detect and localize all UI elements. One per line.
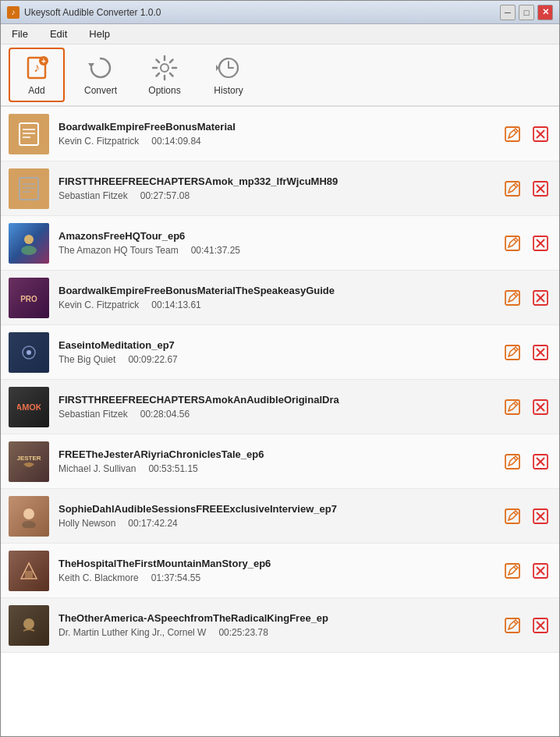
history-label: History xyxy=(214,85,243,96)
history-icon xyxy=(214,54,243,82)
edit-button[interactable] xyxy=(502,178,523,200)
edit-button[interactable] xyxy=(502,287,523,309)
svg-rect-22 xyxy=(505,127,519,141)
delete-button[interactable] xyxy=(530,396,551,418)
book-meta: Sebastian Fitzek 00:28:04.56 xyxy=(58,409,494,420)
edit-button[interactable] xyxy=(502,232,523,254)
svg-rect-82 xyxy=(505,618,519,632)
svg-rect-75 xyxy=(25,571,33,579)
list-item: TheOtherAmerica-ASpeechfromTheRadicalKin… xyxy=(1,598,559,653)
edit-button[interactable] xyxy=(502,396,523,418)
book-cover xyxy=(9,223,49,264)
item-actions xyxy=(502,178,551,200)
book-info: FREETheJesterARiyriaChroniclesTale_ep6 M… xyxy=(58,448,494,474)
svg-point-50 xyxy=(27,350,31,355)
book-info: TheOtherAmerica-ASpeechfromTheRadicalKin… xyxy=(58,612,494,638)
svg-text:♪: ♪ xyxy=(34,61,40,74)
list-item: BoardwalkEmpireFreeBonusMaterial Kevin C… xyxy=(1,107,559,161)
delete-button[interactable] xyxy=(530,505,551,527)
svg-text:PRO: PRO xyxy=(20,295,37,303)
delete-button[interactable] xyxy=(530,232,551,254)
svg-rect-57 xyxy=(505,400,519,414)
book-duration: 00:09:22.67 xyxy=(128,354,177,365)
book-author: Keith C. Blackmore xyxy=(58,572,139,583)
svg-rect-38 xyxy=(505,236,519,250)
close-button[interactable]: ✕ xyxy=(537,5,553,20)
main-window: ♪ Ukeysoft Audible Converter 1.0.0 ─ □ ✕… xyxy=(0,0,560,737)
list-item: PRO BoardwalkEmpireFreeBonusMaterialTheS… xyxy=(1,271,559,325)
item-actions xyxy=(502,560,551,582)
title-bar: ♪ Ukeysoft Audible Converter 1.0.0 ─ □ ✕ xyxy=(1,1,559,24)
options-button[interactable]: Options xyxy=(136,48,193,102)
svg-line-71 xyxy=(514,512,516,515)
book-title: BoardwalkEmpireFreeBonusMaterialTheSpeak… xyxy=(58,285,494,296)
maximize-button[interactable]: □ xyxy=(519,5,534,20)
book-meta: Kevin C. Fitzpatrick 00:14:09.84 xyxy=(58,136,494,147)
svg-line-32 xyxy=(514,185,516,187)
book-author: The Big Quiet xyxy=(58,354,115,365)
delete-button[interactable] xyxy=(530,560,551,582)
item-actions xyxy=(502,396,551,418)
svg-text:JESTER: JESTER xyxy=(17,455,41,462)
edit-button[interactable] xyxy=(502,560,523,582)
book-duration: 00:14:13.61 xyxy=(151,299,200,310)
edit-button[interactable] xyxy=(502,615,523,636)
book-meta: Dr. Martin Luther King Jr., Cornel W 00:… xyxy=(58,627,494,638)
item-actions xyxy=(502,342,551,363)
book-info: EaseintoMeditation_ep7 The Big Quiet 00:… xyxy=(58,339,494,365)
book-author: Kevin C. Fitzpatrick xyxy=(58,136,139,147)
item-actions xyxy=(502,232,551,254)
svg-rect-31 xyxy=(505,182,519,196)
delete-button[interactable] xyxy=(530,342,551,363)
add-icon: ♪ + xyxy=(23,54,51,82)
delete-button[interactable] xyxy=(530,178,551,200)
svg-rect-51 xyxy=(505,345,519,360)
svg-point-36 xyxy=(24,235,34,244)
menu-edit[interactable]: Edit xyxy=(45,27,72,41)
book-cover xyxy=(9,168,49,209)
book-title: EaseintoMeditation_ep7 xyxy=(58,339,494,351)
svg-rect-63 xyxy=(505,455,519,469)
book-title: TheOtherAmerica-ASpeechfromTheRadicalKin… xyxy=(58,612,494,624)
svg-marker-4 xyxy=(88,63,94,68)
edit-button[interactable] xyxy=(502,451,523,473)
book-duration: 00:14:09.84 xyxy=(151,136,200,147)
svg-text:AMOK: AMOK xyxy=(17,402,41,412)
add-button[interactable]: ♪ + Add xyxy=(9,48,65,102)
svg-text:+: + xyxy=(41,57,46,66)
svg-line-10 xyxy=(157,60,160,63)
svg-point-81 xyxy=(23,618,34,629)
book-info: FIRSTTHREEFREECHAPTERSAmokAnAudibleOrigi… xyxy=(58,394,494,420)
book-meta: The Amazon HQ Tours Team 00:41:37.25 xyxy=(58,245,494,256)
svg-line-77 xyxy=(514,567,516,569)
minimize-button[interactable]: ─ xyxy=(500,5,516,20)
edit-button[interactable] xyxy=(502,505,523,527)
book-meta: Kevin C. Fitzpatrick 00:14:13.61 xyxy=(58,299,494,310)
book-cover xyxy=(9,114,49,154)
book-title: FREETheJesterARiyriaChroniclesTale_ep6 xyxy=(58,448,494,460)
delete-button[interactable] xyxy=(530,123,551,145)
edit-button[interactable] xyxy=(502,123,523,145)
book-duration: 00:28:04.56 xyxy=(140,409,190,420)
options-label: Options xyxy=(148,85,180,96)
convert-button[interactable]: Convert xyxy=(73,48,129,102)
delete-button[interactable] xyxy=(530,451,551,473)
book-cover xyxy=(9,496,49,537)
item-actions xyxy=(502,287,551,309)
edit-button[interactable] xyxy=(502,342,523,363)
svg-line-13 xyxy=(157,73,160,76)
book-duration: 00:27:57.08 xyxy=(140,190,190,201)
list-item: FIRSTTHREEFREECHAPTERSAmok_mp332_lfrWjcu… xyxy=(1,161,559,216)
delete-button[interactable] xyxy=(530,287,551,309)
menu-help[interactable]: Help xyxy=(84,27,115,41)
item-actions xyxy=(502,451,551,473)
book-cover xyxy=(9,332,49,373)
history-button[interactable]: History xyxy=(200,48,257,102)
book-list: BoardwalkEmpireFreeBonusMaterial Kevin C… xyxy=(1,107,559,736)
book-info: FIRSTTHREEFREECHAPTERSAmok_mp332_lfrWjcu… xyxy=(58,175,494,201)
delete-button[interactable] xyxy=(530,615,551,636)
menu-file[interactable]: File xyxy=(7,27,33,41)
book-author: Dr. Martin Luther King Jr., Cornel W xyxy=(58,627,206,638)
book-cover xyxy=(9,551,49,591)
window-controls: ─ □ ✕ xyxy=(500,5,553,20)
